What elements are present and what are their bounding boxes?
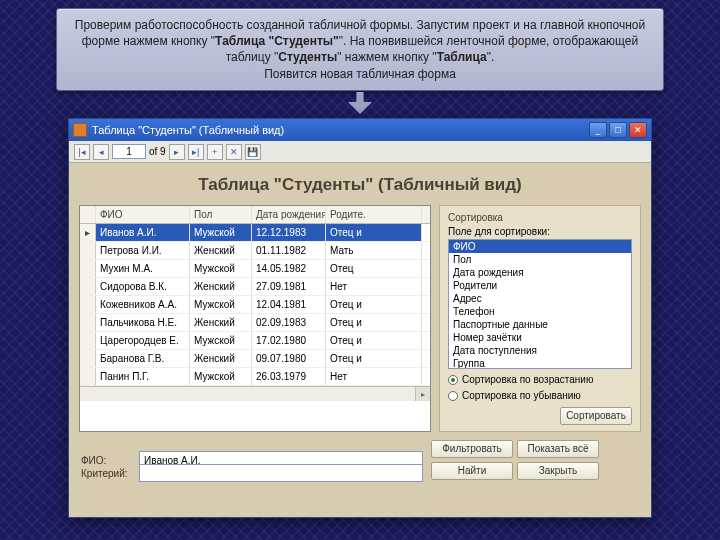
cell-gender[interactable]: Мужской [190, 368, 252, 385]
sort-field-option[interactable]: Номер зачётки [449, 331, 631, 344]
instruction-text-5: " нажмем кнопку " [337, 50, 436, 64]
sort-asc-label: Сортировка по возрастанию [462, 374, 593, 385]
col-header-gender[interactable]: Пол [190, 206, 252, 223]
cell-gender[interactable]: Мужской [190, 260, 252, 277]
nav-first-button[interactable]: |◂ [74, 144, 90, 160]
criteria-input[interactable] [139, 464, 423, 482]
cell-name[interactable]: Петрова И.И. [96, 242, 190, 259]
titlebar: Таблица "Студенты" (Табличный вид) _ □ ✕ [69, 119, 651, 141]
cell-name[interactable]: Сидорова В.К. [96, 278, 190, 295]
cell-name[interactable]: Царегородцев Е. [96, 332, 190, 349]
cell-birth[interactable]: 02.09.1983 [252, 314, 326, 331]
window-title: Таблица "Студенты" (Табличный вид) [92, 124, 589, 136]
row-selector-icon [80, 278, 96, 295]
row-selector-icon [80, 296, 96, 313]
cell-name[interactable]: Панин П.Г. [96, 368, 190, 385]
cell-parent[interactable]: Отец и [326, 314, 422, 331]
cell-parent[interactable]: Нет [326, 278, 422, 295]
cell-parent[interactable]: Отец и [326, 224, 422, 241]
cell-birth[interactable]: 27.09.1981 [252, 278, 326, 295]
cell-name[interactable]: Баранова Г.В. [96, 350, 190, 367]
nav-last-button[interactable]: ▸| [188, 144, 204, 160]
cell-gender[interactable]: Женский [190, 350, 252, 367]
sort-field-option[interactable]: Телефон [449, 305, 631, 318]
close-window-button[interactable]: ✕ [629, 122, 647, 138]
radio-unchecked-icon [448, 391, 458, 401]
sort-field-option[interactable]: Дата поступления [449, 344, 631, 357]
cell-parent[interactable]: Отец и [326, 350, 422, 367]
row-selector-icon [80, 242, 96, 259]
nav-add-button[interactable]: + [207, 144, 223, 160]
table-row[interactable]: Мухин М.А.Мужской14.05.1982Отец [80, 260, 430, 278]
cell-birth[interactable]: 14.05.1982 [252, 260, 326, 277]
cell-gender[interactable]: Женский [190, 242, 252, 259]
show-all-button[interactable]: Показать всё [517, 440, 599, 458]
table-row[interactable]: Петрова И.И.Женский01.11.1982Мать [80, 242, 430, 260]
page-title: Таблица "Студенты" (Табличный вид) [69, 163, 651, 205]
instruction-bold-1: Таблица "Студенты" [215, 34, 339, 48]
cell-parent[interactable]: Отец и [326, 296, 422, 313]
row-selector-icon [80, 332, 96, 349]
nav-prev-button[interactable]: ◂ [93, 144, 109, 160]
row-selector-icon [80, 314, 96, 331]
cell-birth[interactable]: 17.02.1980 [252, 332, 326, 349]
sort-field-option[interactable]: Группа [449, 357, 631, 369]
nav-position-input[interactable] [112, 144, 146, 159]
scroll-right-icon[interactable]: ▸ [415, 387, 430, 401]
cell-gender[interactable]: Мужской [190, 296, 252, 313]
sort-desc-radio[interactable]: Сортировка по убыванию [448, 390, 632, 401]
col-header-name[interactable]: ФИО [96, 206, 190, 223]
cell-name[interactable]: Пальчикова Н.Е. [96, 314, 190, 331]
table-row[interactable]: Кожевников А.А.Мужской12.04.1981Отец и [80, 296, 430, 314]
cell-parent[interactable]: Мать [326, 242, 422, 259]
cell-birth[interactable]: 01.11.1982 [252, 242, 326, 259]
cell-parent[interactable]: Отец [326, 260, 422, 277]
radio-checked-icon [448, 375, 458, 385]
cell-name[interactable]: Мухин М.А. [96, 260, 190, 277]
cell-gender[interactable]: Мужской [190, 224, 252, 241]
nav-delete-button[interactable]: ✕ [226, 144, 242, 160]
sort-field-option[interactable]: Дата рождения [449, 266, 631, 279]
sort-button[interactable]: Сортировать [560, 407, 632, 425]
instruction-bold-3: Таблица [437, 50, 487, 64]
cell-birth[interactable]: 12.04.1981 [252, 296, 326, 313]
cell-birth[interactable]: 12.12.1983 [252, 224, 326, 241]
cell-gender[interactable]: Женский [190, 278, 252, 295]
sort-field-list[interactable]: ФИОПолДата рожденияРодителиАдресТелефонП… [448, 239, 632, 369]
table-row[interactable]: Сидорова В.К.Женский27.09.1981Нет [80, 278, 430, 296]
col-header-parent[interactable]: Родите. [326, 206, 422, 223]
filter-button[interactable]: Фильтровать [431, 440, 513, 458]
cell-birth[interactable]: 26.03.1979 [252, 368, 326, 385]
sort-field-option[interactable]: Адрес [449, 292, 631, 305]
cell-birth[interactable]: 09.07.1980 [252, 350, 326, 367]
sort-field-option[interactable]: Родители [449, 279, 631, 292]
table-row[interactable]: Панин П.Г.Мужской26.03.1979Нет [80, 368, 430, 386]
maximize-button[interactable]: □ [609, 122, 627, 138]
instruction-text-6: ". [487, 50, 495, 64]
cell-name[interactable]: Иванов А.И. [96, 224, 190, 241]
cell-gender[interactable]: Женский [190, 314, 252, 331]
sort-field-option[interactable]: Пол [449, 253, 631, 266]
criteria-label: Критерий: [81, 468, 131, 479]
sort-field-option[interactable]: Паспортные данные [449, 318, 631, 331]
cell-gender[interactable]: Мужской [190, 332, 252, 349]
table-row[interactable]: Пальчикова Н.Е.Женский02.09.1983Отец и [80, 314, 430, 332]
minimize-button[interactable]: _ [589, 122, 607, 138]
instruction-text-1: Проверим работоспособность созданной таб… [75, 18, 584, 32]
instruction-bold-2: Студенты [278, 50, 337, 64]
cell-parent[interactable]: Отец и [326, 332, 422, 349]
sort-field-option[interactable]: ФИО [449, 240, 631, 253]
sort-asc-radio[interactable]: Сортировка по возрастанию [448, 374, 632, 385]
students-table: ФИО Пол Дата рождения Родите. ▸Иванов А.… [79, 205, 431, 432]
app-icon [73, 123, 87, 137]
row-selector-icon [80, 350, 96, 367]
nav-of-label: of 9 [149, 146, 166, 157]
cell-name[interactable]: Кожевников А.А. [96, 296, 190, 313]
table-row[interactable]: Царегородцев Е.Мужской17.02.1980Отец и [80, 332, 430, 350]
col-header-birth[interactable]: Дата рождения [252, 206, 326, 223]
cell-parent[interactable]: Нет [326, 368, 422, 385]
table-row[interactable]: ▸Иванов А.И.Мужской12.12.1983Отец и [80, 224, 430, 242]
table-row[interactable]: Баранова Г.В.Женский09.07.1980Отец и [80, 350, 430, 368]
nav-save-button[interactable]: 💾 [245, 144, 261, 160]
nav-next-button[interactable]: ▸ [169, 144, 185, 160]
